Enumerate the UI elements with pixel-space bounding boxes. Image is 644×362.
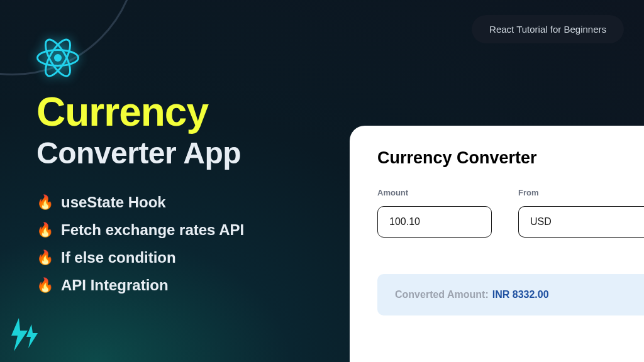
title-line-1: Currency [36,92,241,132]
converter-card: Currency Converter Amount From Converted… [350,126,644,362]
fire-icon: 🔥 [36,277,53,293]
feature-item: 🔥 API Integration [36,277,244,294]
result-label: Converted Amount: [395,289,489,300]
page-title: Currency Converter App [36,92,241,170]
card-heading: Currency Converter [377,148,644,168]
tutorial-badge: React Tutorial for Beginners [472,15,624,43]
feature-text: Fetch exchange rates API [61,221,244,239]
result-value: INR 8332.00 [492,289,549,300]
react-icon [36,36,79,79]
fire-icon: 🔥 [36,222,53,238]
fire-icon: 🔥 [36,194,53,211]
feature-text: If else condition [61,249,176,266]
feature-text: API Integration [61,277,169,294]
result-box: Converted Amount: INR 8332.00 [377,274,644,315]
feature-item: 🔥 Fetch exchange rates API [36,221,244,239]
from-label: From [518,188,644,197]
title-line-2: Converter App [36,136,241,170]
lightning-bolt-icon [8,317,39,357]
from-field-group: From [518,188,644,238]
fire-icon: 🔥 [36,250,53,266]
amount-label: Amount [377,188,492,197]
feature-item: 🔥 useState Hook [36,194,244,211]
amount-field-group: Amount [377,188,492,238]
amount-input[interactable] [377,206,492,238]
from-currency-select[interactable] [518,206,644,238]
svg-point-0 [54,54,62,62]
badge-text: React Tutorial for Beginners [489,24,606,35]
feature-item: 🔥 If else condition [36,249,244,266]
form-row: Amount From [377,188,644,238]
feature-text: useState Hook [61,194,166,211]
feature-list: 🔥 useState Hook 🔥 Fetch exchange rates A… [36,194,244,294]
